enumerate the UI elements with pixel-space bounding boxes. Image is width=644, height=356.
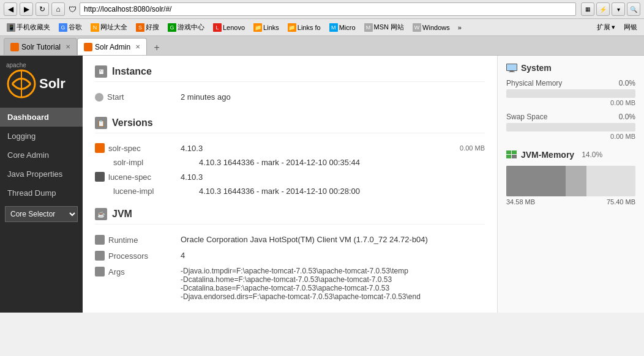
lightning-icon[interactable]: ⚡ [596,2,610,16]
app-container: apache Solr Dashboard Logging Core Ad [0,56,644,313]
bookmark-msn[interactable]: M MSN 网站 [361,21,408,33]
bookmark-net[interactable]: 网银 [621,21,640,33]
back-button[interactable]: ◀ [4,2,17,16]
swap-space-bar-bg [506,123,635,132]
versions-section-header: 📋 Versions [95,117,485,133]
logging-label: Logging [7,132,36,141]
bookmark-phone[interactable]: 📱 手机收藏夹 [4,21,53,33]
lucene-spec-icon [95,172,105,182]
shield-icon: 🛡 [67,4,77,14]
bookmark-windows[interactable]: W Windows [410,22,453,33]
processors-row: Processors 4 [95,248,485,264]
thread-dump-label: Thread Dump [7,188,56,198]
system-panel-section: System Physical Memory 0.0% 0.00 MB Swap… [506,63,635,140]
bookmark-google[interactable]: G 谷歌 [56,21,85,33]
runtime-row: Runtime Oracle Corporation Java HotSpot(… [95,232,485,248]
jvm-memory-icon [506,150,517,159]
version-row-solr-spec: solr-spec 4.10.3 0.00 MB [95,141,485,155]
bookmark-label: Links [263,24,279,31]
physical-memory-percent: 0.0% [619,79,635,87]
start-row: Start 2 minutes ago [95,89,485,105]
sidebar-item-dashboard[interactable]: Dashboard [0,108,83,127]
sidebar-item-core-admin[interactable]: Core Admin [0,146,83,165]
refresh-button[interactable]: ↻ [36,2,49,16]
solr-spec-mb: 0.00 MB [209,144,485,152]
sidebar-logo: apache Solr [0,56,83,105]
grid-icon[interactable]: ▦ [581,2,594,16]
args-icon [95,267,105,276]
search-bm-icon: S [136,23,144,32]
start-icon [95,93,103,102]
right-panel: System Physical Memory 0.0% 0.00 MB Swap… [497,56,644,313]
search-icon[interactable]: 🔍 [627,2,640,16]
swap-space-label: Swap Space 0.0% [506,113,635,121]
bookmark-game[interactable]: G 游戏中心 [165,21,208,33]
solr-spec-value: 4.10.3 [181,144,203,153]
msn-icon: M [364,23,373,32]
windows-icon: W [413,23,421,32]
solr-spec-icon [95,143,105,153]
tabs-bar: Solr Tutorial ✕ Solr Admin ✕ + [0,36,644,56]
bookmark-search[interactable]: S 好搜 [133,21,162,33]
new-tab-button[interactable]: + [149,40,164,55]
start-value: 2 minutes ago [181,92,231,102]
bookmark-label: 游戏中心 [178,23,204,32]
sidebar-item-java-properties[interactable]: Java Properties [0,165,83,184]
bookmark-label: Lenovo [223,24,245,31]
svg-rect-3 [507,64,517,70]
jvm-section-header: ☕ JVM [95,208,485,224]
sidebar-nav: Dashboard Logging Core Admin Java Proper… [0,108,83,202]
lucene-spec-value: 4.10.3 [181,172,203,182]
args-row: Args -Djava.io.tmpdir=F:\apache-tomcat-7… [95,264,485,304]
system-title: System [521,63,552,73]
tab-close-tutorial[interactable]: ✕ [66,43,70,50]
bookmark-label: 网址大全 [100,23,127,32]
apache-label: apache [6,62,77,69]
versions-title: Versions [112,117,153,128]
main-content: 🖥 Instance Start 2 minutes ago 📋 Version… [83,56,497,313]
bookmark-extensions[interactable]: 扩展▾ [594,21,618,33]
solr-logo-icon [6,69,37,99]
lucene-impl-label: lucene-impl [113,187,193,196]
runtime-label: Runtime [108,235,138,245]
bookmark-micro[interactable]: M Micro [326,22,359,33]
address-bar[interactable] [80,2,576,16]
jvm-title: JVM [112,209,132,220]
bookmark-label: Links fo [298,24,321,31]
runtime-label-cell: Runtime [95,235,174,245]
core-selector-select[interactable]: Core Selector [5,206,78,222]
bookmark-links-fo[interactable]: 📁 Links fo [285,22,324,33]
processors-label: Processors [108,251,148,261]
svg-rect-7 [512,150,517,154]
home-button[interactable]: ⌂ [51,2,65,16]
sidebar-item-thread-dump[interactable]: Thread Dump [0,184,83,202]
swap-space-mb: 0.00 MB [506,133,635,140]
svg-rect-9 [512,155,517,158]
bookmark-sites[interactable]: N 网址大全 [88,21,130,33]
version-row-solr-impl: solr-impl 4.10.3 1644336 - mark - 2014-1… [95,155,485,169]
forward-button[interactable]: ▶ [20,2,33,16]
tab-close-admin[interactable]: ✕ [135,43,140,50]
args-label-cell: Args [95,267,174,276]
bookmark-links[interactable]: 📁 Links [250,22,282,33]
processors-icon [95,251,105,261]
jvm-memory-percent: 14.0% [582,150,602,159]
physical-memory-bar-bg [506,89,635,98]
nav-more-button[interactable]: ▾ [612,2,625,16]
runtime-value: Oracle Corporation Java HotSpot(TM) Clie… [181,235,428,244]
jvm-memory-labels: 34.58 MB 75.40 MB [506,198,635,206]
jvm-memory-panel-title: JVM-Memory 14.0% [506,150,635,160]
tab-solr-tutorial[interactable]: Solr Tutorial ✕ [4,38,77,55]
instance-section-header: 🖥 Instance [95,65,485,82]
bookmark-lenovo[interactable]: L Lenovo [210,22,248,33]
core-selector[interactable]: Core Selector [5,206,78,222]
bookmark-label: 手机收藏夹 [17,23,50,32]
tab-solr-admin[interactable]: Solr Admin ✕ [77,38,147,55]
micro-icon: M [329,23,338,32]
core-admin-label: Core Admin [7,150,49,160]
bookmark-more-button[interactable]: » [455,23,464,32]
sidebar-item-logging[interactable]: Logging [0,127,83,146]
svg-rect-6 [506,150,511,154]
instance-title: Instance [112,66,152,77]
solr-admin-tab-icon [84,43,92,51]
